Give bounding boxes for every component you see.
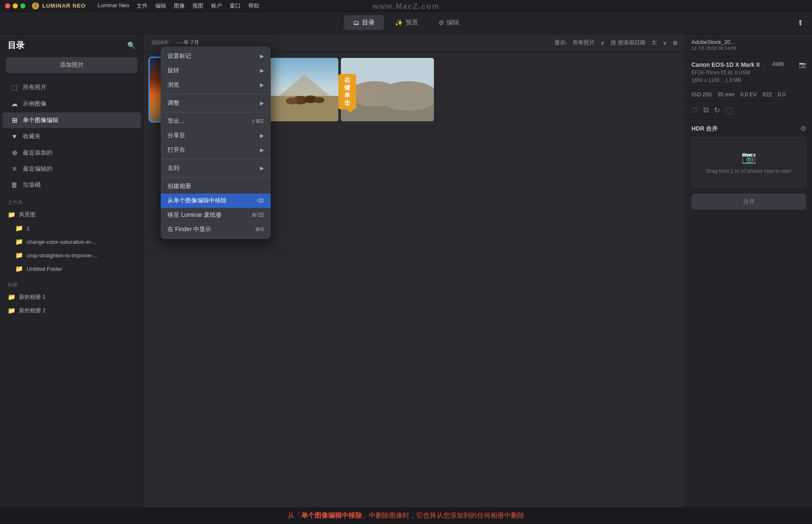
cm-goto[interactable]: 去到 ▶ [161,161,271,175]
sidebar-item-favorites[interactable]: ♥ 收藏夹 [3,129,141,144]
size-label[interactable]: 大 [651,39,657,46]
cm-browse-label: 浏览 [167,81,179,89]
sidebar-folder-untitled[interactable]: 📁 Untitled Folder [0,262,143,276]
meta-actions: ♡ ⧉ ↻ ⬚ [686,101,812,120]
rotate-button[interactable]: ↻ [714,106,720,115]
menu-help[interactable]: 帮助 [248,2,259,10]
cm-export-shortcut: ⇧⌘E [251,118,264,124]
tab-catalog-label: 目录 [362,19,375,27]
cm-browse[interactable]: 浏览 ▶ [161,78,271,92]
menu-account[interactable]: 账户 [211,2,222,10]
sidebar-folder-color[interactable]: 📁 change-color-saturation-in-... [0,235,143,248]
content-controls: 显示: 所有照片 ∨ 按 按添加日期 大 ∨ ⊞ [554,39,678,46]
cm-create-album[interactable]: 创建相册 [161,179,271,194]
cm-move-to-trash[interactable]: 移至 Luminar 废纸篓 ⌘⌫ [161,208,271,222]
hdr-merge-button[interactable]: 合并 [691,194,806,210]
search-icon[interactable]: 🔍 [127,41,136,49]
minimize-button[interactable] [13,3,18,8]
cm-export[interactable]: 导出... ⇧⌘E [161,114,271,128]
trash-label: 垃圾桶 [23,181,41,189]
svg-point-19 [314,97,324,103]
hdr-title: HDR 合并 [691,125,718,133]
sidebar-folder-crop[interactable]: 📁 crop-straighten-to-improve-... [0,248,143,262]
meta-date: 11 7月 2018 08:24:09 [691,45,736,52]
hdr-settings-icon[interactable]: ⚙ [800,125,806,133]
cm-remove-shortcut: ⌫ [257,198,264,204]
folders-section-label: 文件夹 [0,193,143,208]
favorite-button[interactable]: ♡ [691,106,698,115]
menu-view[interactable]: 视图 [192,2,203,10]
chevron-down-icon[interactable]: ∨ [601,40,605,46]
traffic-lights [5,3,25,8]
tab-catalog[interactable]: 🗂 目录 [344,15,384,30]
menu-edit[interactable]: 编辑 [155,2,166,10]
menu-window[interactable]: 窗口 [230,2,241,10]
meta-focal: 35 mm [718,91,735,98]
folder-untitled-label: Untitled Folder [27,266,63,272]
folder-untitled-icon: 📁 [15,265,23,273]
cm-remove-from-single[interactable]: 从单个图像编辑中移除 ⌫ [161,194,271,208]
menu-luminar[interactable]: Luminar Neo [98,2,129,10]
cm-set-flag-arrow: ▶ [260,53,264,59]
sidebar-item-single-edit[interactable]: ⊞ 单个图像编辑 [3,112,141,128]
tab-presets[interactable]: ✨ 预置 [386,15,428,30]
meta-exposure: 0.0 [778,91,785,98]
share-button[interactable]: ⬆ [797,18,804,27]
meta-ev: 0.0 EV [740,91,757,98]
favorites-icon: ♥ [10,133,19,140]
app-icon: Z [31,2,40,10]
sidebar-item-sample-images[interactable]: ☁ 示例图像 [3,96,141,112]
hdr-drop-icon: 📷 [741,150,756,164]
cm-rotate-label: 旋转 [167,67,179,74]
cm-share[interactable]: 分享至 ▶ [161,128,271,143]
right-click-balloon: 右键单击 [338,74,356,109]
cm-show-in-finder[interactable]: 在 Finder 中显示 ⌘R [161,222,271,237]
tab-edit-label: 编辑 [447,19,459,27]
sidebar-album-1[interactable]: 📁 新的相册 1 [0,290,143,304]
meta-wb: AWB [772,61,784,68]
menu-image[interactable]: 图像 [174,2,185,10]
meta-header: AdobeStock_20... 11 7月 2018 08:24:09 [686,34,812,57]
album-2-label: 新的相册 2 [19,307,46,314]
titlebar-menu: Luminar Neo 文件 编辑 图像 视图 账户 窗口 帮助 [98,2,259,10]
display-label: 显示: [554,39,567,46]
cm-open-in-arrow: ▶ [260,147,264,153]
svg-text:Z: Z [34,3,37,8]
cm-adjust-label: 调整 [167,99,179,107]
sidebar-item-all-photos[interactable]: ⬚ 所有照片 [3,79,141,95]
album-1-icon: 📁 [8,293,16,301]
crop-button[interactable]: ⬚ [725,106,732,115]
cm-divider-4 [161,177,271,177]
sidebar-folder-landscapes[interactable]: 📁 风景图 [0,208,143,221]
cm-set-flag[interactable]: 设置标记 ▶ [161,49,271,63]
size-chevron-icon[interactable]: ∨ [663,40,667,46]
folder-color-label: change-color-saturation-in-... [27,239,97,245]
sidebar-folder-1[interactable]: 📁 1 [0,221,143,235]
grid-view-icon[interactable]: ⊞ [673,40,678,46]
recently-added-label: 最近添加的 [23,149,52,157]
add-photos-button[interactable]: 添加照片 [6,57,137,73]
hdr-drop-zone[interactable]: 📷 Drag from 1 to 10 photos here to start [691,137,806,188]
cm-rotate[interactable]: 旋转 ▶ [161,63,271,78]
copy-button[interactable]: ⧉ [703,106,709,115]
meta-lens: EF24-70mm f/2.8L II USM [691,70,806,76]
display-option[interactable]: 所有照片 [573,39,595,46]
sidebar-header: 目录 🔍 [0,34,143,55]
sidebar-item-recently-added[interactable]: ⊕ 最近添加的 [3,145,141,161]
recently-edited-icon: ≡ [10,165,19,173]
main-area: 目录 🔍 添加照片 ⬚ 所有照片 ☁ 示例图像 ⊞ 单个图像编辑 ♥ 收藏夹 ⊕ [0,34,812,507]
sidebar-album-2[interactable]: 📁 新的相册 2 [0,304,143,317]
cm-set-flag-label: 设置标记 [167,52,191,60]
tab-edit[interactable]: ⚙ 编辑 [429,15,469,30]
sidebar-item-trash[interactable]: 🗑 垃圾桶 [3,177,141,193]
maximize-button[interactable] [20,3,25,8]
sidebar-item-recently-edited[interactable]: ≡ 最近编辑的 [3,161,141,177]
cm-browse-arrow: ▶ [260,82,264,88]
cm-adjust[interactable]: 调整 ▶ [161,96,271,110]
sidebar: 目录 🔍 添加照片 ⬚ 所有照片 ☁ 示例图像 ⊞ 单个图像编辑 ♥ 收藏夹 ⊕ [0,34,144,507]
menu-file[interactable]: 文件 [137,2,148,10]
album-1-label: 新的相册 1 [19,293,46,301]
cm-open-in[interactable]: 打开在 ▶ [161,143,271,157]
cm-goto-label: 去到 [167,164,179,172]
close-button[interactable] [5,3,10,8]
